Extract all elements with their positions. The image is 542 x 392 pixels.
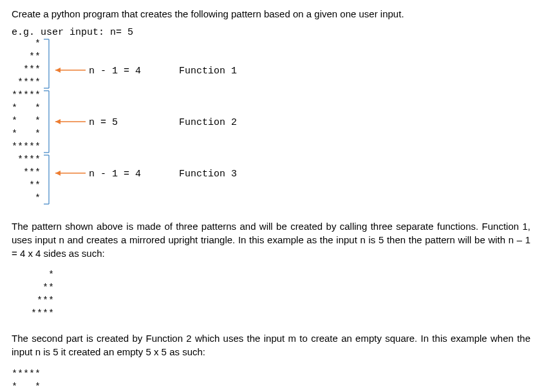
svg-marker-14 <box>55 171 61 176</box>
anno-2-function: Function 2 <box>179 117 237 129</box>
svg-marker-9 <box>55 119 61 124</box>
square-sample-pattern: ***** * * <box>12 368 530 392</box>
example-input-line: e.g. user input: n= 5 <box>12 27 530 38</box>
anno-3-function: Function 3 <box>179 168 237 181</box>
anno-3-label: n - 1 = 4 <box>89 168 141 181</box>
anno-2-label: n = 5 <box>89 117 118 129</box>
annotation-arrows <box>12 38 89 209</box>
triangle-sample-pattern: * ** *** **** <box>31 269 530 321</box>
explanation-function-1: The pattern shown above is made of three… <box>12 220 530 260</box>
svg-marker-4 <box>55 68 61 73</box>
pattern-diagram: * ** *** **** ***** * * * * * * ***** **… <box>12 38 530 209</box>
anno-1-label: n - 1 = 4 <box>89 65 141 78</box>
anno-1-function: Function 1 <box>179 65 237 78</box>
explanation-function-2: The second part is created by Function 2… <box>12 332 530 359</box>
instruction-text: Create a python program that creates the… <box>12 8 530 21</box>
